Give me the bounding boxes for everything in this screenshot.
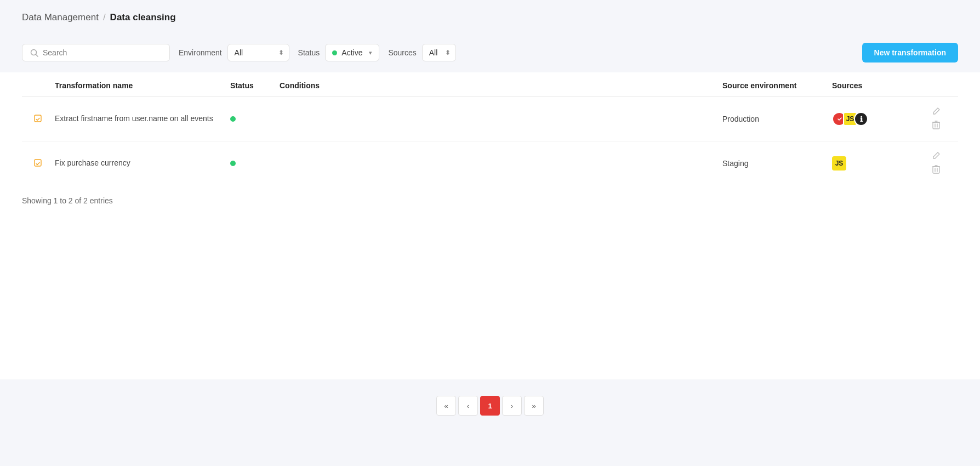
row-actions-1	[914, 107, 958, 131]
delete-action-icon[interactable]	[932, 121, 940, 131]
row-transformation-name-2: Fix purchase currency	[55, 158, 230, 169]
table-row: Fix purchase currency Staging JS	[22, 141, 958, 185]
status-active-dot	[332, 50, 337, 55]
col-transformation-name: Transformation name	[55, 81, 230, 90]
table-container: Transformation name Status Conditions So…	[22, 72, 958, 185]
svg-rect-5	[35, 160, 41, 166]
toolbar: Environment All Production Staging ⬍ Sta…	[0, 33, 980, 72]
col-sources: Sources	[832, 81, 914, 90]
sources-label: Sources	[388, 48, 416, 57]
showing-text: Showing 1 to 2 of 2 entries	[22, 185, 958, 211]
col-status: Status	[230, 81, 280, 90]
status-chevron-icon: ▾	[369, 49, 372, 56]
pagination-page-1[interactable]: 1	[480, 396, 500, 416]
col-source-environment: Source environment	[722, 81, 832, 90]
search-input[interactable]	[43, 48, 162, 57]
edit-action-icon-2[interactable]	[932, 151, 941, 162]
table-row: Extract firstname from user.name on all …	[22, 97, 958, 141]
environment-filter: Environment All Production Staging ⬍	[179, 44, 289, 61]
edit-action-icon[interactable]	[932, 107, 941, 117]
source-badge-info: ℹ	[854, 112, 868, 126]
pagination-first[interactable]: «	[436, 396, 456, 416]
sources-select-wrapper: All ⬍	[422, 44, 456, 61]
environment-select-wrapper: All Production Staging ⬍	[227, 44, 289, 61]
status-selected-value: Active	[341, 48, 362, 57]
status-dropdown[interactable]: Active ▾	[325, 44, 379, 61]
row-status-2	[230, 161, 280, 166]
row-sources: JS ℹ	[832, 112, 914, 126]
sources-select[interactable]: All	[422, 44, 456, 61]
col-actions	[914, 81, 958, 90]
sources-filter: Sources All ⬍	[388, 44, 455, 61]
source-badge-js-2: JS	[832, 156, 846, 171]
pagination-next[interactable]: ›	[502, 396, 522, 416]
page-wrapper: Data Management / Data cleansing Environ…	[0, 0, 980, 466]
search-box	[22, 44, 170, 61]
svg-rect-2	[35, 115, 41, 122]
table-header: Transformation name Status Conditions So…	[22, 72, 958, 97]
sources-overlap: JS ℹ	[832, 112, 868, 126]
col-icon	[22, 81, 55, 90]
header-area: Data Management / Data cleansing	[0, 0, 980, 33]
row-environment: Production	[722, 115, 832, 123]
svg-rect-4	[933, 122, 939, 129]
status-filter: Status Active ▾	[298, 44, 380, 61]
row-transformation-name: Extract firstname from user.name on all …	[55, 113, 230, 124]
row-sources-2: JS	[832, 156, 914, 171]
breadcrumb-current: Data cleansing	[110, 12, 176, 23]
row-edit-icon	[22, 115, 55, 123]
breadcrumb: Data Management / Data cleansing	[22, 12, 958, 23]
new-transformation-button[interactable]: New transformation	[862, 43, 958, 62]
row-actions-2	[914, 151, 958, 175]
row-environment-2: Staging	[722, 159, 832, 168]
environment-label: Environment	[179, 48, 222, 57]
svg-rect-6	[933, 167, 939, 173]
row-status	[230, 116, 280, 122]
delete-action-icon-2[interactable]	[932, 165, 940, 175]
status-label: Status	[298, 48, 320, 57]
breadcrumb-separator: /	[103, 12, 106, 23]
col-conditions: Conditions	[280, 81, 722, 90]
svg-point-3	[836, 116, 842, 122]
row-edit-icon-2	[22, 159, 55, 168]
pagination: « ‹ 1 › »	[0, 379, 980, 427]
search-icon	[30, 49, 38, 57]
pagination-last[interactable]: »	[524, 396, 544, 416]
row-active-dot-2	[230, 161, 236, 166]
environment-select[interactable]: All Production Staging	[227, 44, 289, 61]
content-area: Transformation name Status Conditions So…	[0, 72, 980, 379]
svg-line-1	[36, 54, 38, 56]
row-active-dot	[230, 116, 236, 122]
breadcrumb-parent: Data Management	[22, 12, 99, 23]
pagination-prev[interactable]: ‹	[458, 396, 478, 416]
